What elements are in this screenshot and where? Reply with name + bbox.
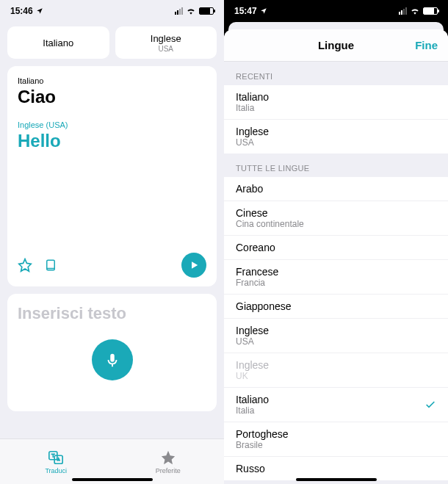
list-item-title: Portoghese <box>236 428 436 440</box>
translation-card: Italiano Ciao Inglese (USA) Hello <box>7 66 217 286</box>
list-item-sub: Cina continentale <box>236 219 436 229</box>
checkmark-icon <box>424 399 436 411</box>
target-language-label: Inglese <box>151 33 181 44</box>
language-picker-screen: 15:47 Lingue Fine RECENTI Italiano Itali… <box>224 0 448 484</box>
tab-favorites[interactable]: Preferite <box>112 439 225 484</box>
list-item-sub: Francia <box>236 278 436 288</box>
list-item[interactable]: Inglese USA <box>224 120 448 153</box>
translate-icon <box>48 449 64 466</box>
list-item[interactable]: Italiano Italia <box>224 85 448 120</box>
wifi-icon <box>410 7 420 15</box>
play-button[interactable] <box>181 253 206 278</box>
location-icon <box>260 7 267 15</box>
list-item[interactable]: Inglese UK <box>224 353 448 388</box>
list-item[interactable]: Giapponese <box>224 295 448 319</box>
input-placeholder: Inserisci testo <box>18 304 206 323</box>
status-time: 15:47 <box>234 6 257 16</box>
list-item[interactable]: Arabo <box>224 177 448 201</box>
sheet-title: Lingue <box>318 39 354 51</box>
dictionary-icon[interactable] <box>44 258 57 272</box>
list-item[interactable]: Russo <box>224 457 448 480</box>
list-item-sub: USA <box>236 336 436 347</box>
tab-favorites-label: Preferite <box>156 467 181 474</box>
sheet-header: Lingue Fine <box>224 29 448 62</box>
list-item-title: Coreano <box>236 242 436 253</box>
recent-list: Italiano Italia Inglese USA <box>224 85 448 153</box>
microphone-button[interactable] <box>92 339 133 380</box>
list-item-sub: Italia <box>236 405 436 416</box>
target-language-sub: USA <box>158 45 173 53</box>
home-indicator[interactable] <box>296 478 377 481</box>
star-icon[interactable] <box>18 258 32 272</box>
list-item[interactable]: Cinese Cina continentale <box>224 201 448 236</box>
location-icon <box>36 7 43 15</box>
translate-screen: 15:46 Italiano Inglese USA Italiano Ciao… <box>0 0 224 484</box>
source-label: Italiano <box>18 76 206 85</box>
source-language-button[interactable]: Italiano <box>7 26 109 59</box>
list-item-title: Giapponese <box>236 300 436 312</box>
home-indicator[interactable] <box>72 478 153 481</box>
list-item-title: Russo <box>236 463 436 474</box>
modal-stack: Lingue Fine RECENTI Italiano Italia Ingl… <box>224 22 448 484</box>
list-item-title: Cinese <box>236 207 436 219</box>
star-filled-icon <box>160 449 176 466</box>
target-text: Hello <box>18 131 206 151</box>
battery-icon <box>423 7 438 15</box>
source-language-label: Italiano <box>43 37 73 48</box>
target-language-button[interactable]: Inglese USA <box>115 26 217 59</box>
cellular-icon <box>175 7 183 15</box>
status-time: 15:46 <box>10 6 33 16</box>
list-item-title: Arabo <box>236 183 436 195</box>
tab-translate[interactable]: Traduci <box>0 439 112 484</box>
list-item[interactable]: Inglese USA <box>224 319 448 353</box>
tab-bar: Traduci Preferite <box>0 438 224 484</box>
translation-actions <box>18 253 206 278</box>
list-item[interactable]: Francese Francia <box>224 260 448 295</box>
list-item-title: Inglese <box>236 126 436 137</box>
source-text[interactable]: Ciao <box>18 87 206 107</box>
battery-icon <box>199 7 214 15</box>
list-item-title: Inglese <box>236 359 436 371</box>
status-bar: 15:46 <box>0 0 224 22</box>
tab-translate-label: Traduci <box>45 467 67 474</box>
list-item-sub: Italia <box>236 103 436 113</box>
play-icon <box>189 260 199 270</box>
input-card[interactable]: Inserisci testo <box>7 294 217 411</box>
target-label: Inglese (USA) <box>18 120 206 129</box>
language-bar: Italiano Inglese USA <box>0 22 224 66</box>
list-item[interactable]: Coreano <box>224 236 448 260</box>
language-sheet: Lingue Fine RECENTI Italiano Italia Ingl… <box>224 29 448 484</box>
done-button[interactable]: Fine <box>415 39 438 51</box>
section-header-all: TUTTE LE LINGUE <box>224 153 448 177</box>
status-bar: 15:47 <box>224 0 448 22</box>
list-item-title: Italiano <box>236 91 436 103</box>
list-item-title: Italiano <box>236 394 436 405</box>
wifi-icon <box>186 7 196 15</box>
list-item-title: Francese <box>236 266 436 278</box>
list-item-sub: UK <box>236 371 436 381</box>
all-languages-list: Arabo Cinese Cina continentale Coreano F… <box>224 177 448 480</box>
list-item[interactable]: Italiano Italia <box>224 388 448 422</box>
list-item-sub: Brasile <box>236 440 436 450</box>
cellular-icon <box>399 7 407 15</box>
list-item[interactable]: Portoghese Brasile <box>224 422 448 457</box>
list-item-sub: USA <box>236 137 436 148</box>
list-item-title: Inglese <box>236 325 436 336</box>
section-header-recent: RECENTI <box>224 62 448 85</box>
microphone-icon <box>104 352 120 368</box>
